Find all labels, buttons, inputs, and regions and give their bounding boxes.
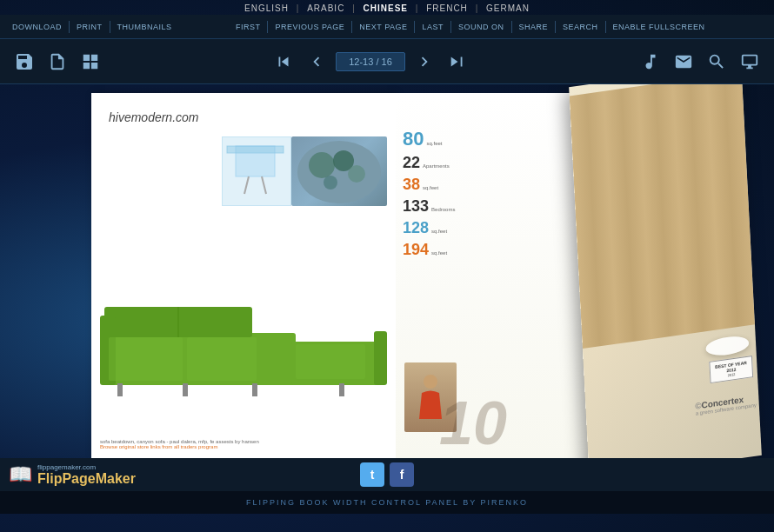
maker-text: Maker	[96, 471, 136, 486]
book-logo-icon: 📖	[9, 463, 32, 486]
sound-button[interactable]: SOUND ON	[455, 21, 508, 33]
search-icon	[707, 52, 726, 71]
toolbar-sep-7	[511, 21, 512, 33]
page-caption: sofa beatdown, canyon sofa - paul dalera…	[100, 439, 259, 449]
footer: 📖 flippagemaker.com FlipPageMaker t f	[0, 458, 774, 491]
icon-group-right	[637, 48, 764, 76]
icon-bar: 12-13 / 16	[0, 39, 774, 84]
next-page-button[interactable]: NEXT PAGE	[356, 21, 410, 33]
toolbar-sep-1	[69, 21, 70, 33]
print-button[interactable]: PRINT	[73, 21, 106, 33]
svg-point-1	[309, 152, 335, 178]
fullscreen-button[interactable]: ENABLE FULLSCREEN	[610, 21, 709, 33]
music-icon	[641, 52, 660, 71]
stat-num-80: 80	[403, 128, 424, 150]
stat-label-80: sq.feet	[426, 141, 442, 146]
doc-icon	[48, 52, 67, 71]
stat-label-38: sq.feet	[423, 185, 438, 190]
lang-german[interactable]: GERMAN	[486, 3, 530, 13]
wood-texture	[570, 72, 755, 349]
status-bar: FLIPPING BOOK WIDTH CONTROL PANEL BY PIR…	[0, 491, 774, 514]
flower-image	[291, 136, 387, 206]
svg-point-0	[297, 141, 381, 203]
previous-page-button[interactable]: PREVIOUS PAGE	[271, 21, 348, 33]
dish-shape	[705, 334, 750, 357]
last-button[interactable]: LAST	[418, 21, 447, 33]
award-badge: BEST OF YEAR 2012 2012	[709, 356, 753, 383]
svg-rect-6	[227, 146, 284, 153]
svg-rect-21	[296, 344, 365, 379]
stat-label-194: sq.feet	[431, 250, 447, 256]
mail-icon	[674, 52, 693, 71]
share-button[interactable]: SHARE	[516, 21, 552, 33]
lang-sep-1: |	[297, 3, 300, 13]
book-area: hivemodern.com	[0, 84, 774, 458]
mail-icon-button[interactable]	[670, 48, 697, 76]
concertex-brand: ©Concertex a green software company	[695, 393, 757, 416]
lang-french[interactable]: FRENCH	[426, 3, 468, 13]
social-buttons: t f	[360, 462, 414, 487]
footer-url: flippagemaker.com	[37, 463, 136, 471]
facebook-button[interactable]: f	[390, 462, 414, 487]
svg-point-22	[424, 375, 437, 389]
stat-num-128: 128	[403, 219, 429, 237]
prev-page-icon	[307, 52, 326, 71]
toolbar-center: FIRST PREVIOUS PAGE NEXT PAGE LAST SOUND…	[232, 21, 709, 33]
lang-english[interactable]: ENGLISH	[244, 3, 289, 13]
doc-icon-button[interactable]	[43, 48, 71, 76]
page-text: Page	[62, 471, 95, 486]
footer-brand: flippagemaker.com FlipPageMaker	[37, 463, 136, 487]
toolbar-sep-3	[267, 21, 268, 33]
last-page-icon	[448, 52, 467, 71]
flip-page: BEST OF YEAR 2012 2012 ©Concertex a gree…	[569, 63, 762, 480]
svg-rect-18	[339, 383, 344, 396]
prev-page-icon-button[interactable]	[303, 48, 330, 76]
stat-num-133: 133	[403, 197, 429, 216]
last-page-icon-button[interactable]	[444, 48, 471, 76]
monitor-icon-button[interactable]	[736, 48, 764, 76]
flip-text: Flip	[37, 471, 62, 486]
download-button[interactable]: DOWNLOAD	[9, 21, 65, 33]
toolbar-sep-6	[450, 21, 451, 33]
caption-link[interactable]: Browse original store links from all tra…	[100, 444, 259, 449]
save-icon	[14, 51, 35, 72]
stat-128: 128 sq.feet	[403, 219, 447, 237]
thumbnails-button[interactable]: THUMBNAILS	[114, 21, 176, 33]
music-icon-button[interactable]	[637, 48, 664, 76]
toolbar-left: DOWNLOAD PRINT THUMBNAILS	[9, 21, 176, 33]
first-page-icon-button[interactable]	[270, 48, 297, 76]
stat-label-128: sq.feet	[431, 229, 447, 234]
stat-label-22: Apartments	[423, 163, 450, 169]
glass-table-image	[222, 136, 291, 206]
search-icon-button[interactable]	[703, 48, 731, 76]
book-container: hivemodern.com	[91, 93, 683, 458]
svg-line-8	[262, 176, 266, 194]
next-page-icon-button[interactable]	[410, 48, 438, 76]
grid-icon	[81, 52, 100, 71]
toolbar-sep-9	[605, 21, 606, 33]
icon-group-nav: 12-13 / 16	[270, 48, 471, 76]
lang-chinese[interactable]: CHINESE	[364, 3, 408, 13]
svg-point-3	[348, 165, 365, 183]
sofa-svg	[96, 289, 391, 402]
save-icon-button[interactable]	[10, 48, 38, 76]
svg-rect-20	[187, 337, 257, 381]
monitor-icon	[740, 52, 759, 71]
svg-line-7	[244, 176, 249, 194]
page-logo: hivemodern.com	[109, 110, 378, 124]
first-page-icon	[274, 52, 293, 71]
glass-table-svg	[223, 137, 288, 203]
status-text: FLIPPING BOOK WIDTH CONTROL PANEL BY PIR…	[246, 498, 528, 507]
grid-icon-button[interactable]	[77, 48, 104, 76]
icon-group-left	[10, 48, 104, 76]
svg-rect-15	[117, 383, 123, 396]
svg-rect-14	[374, 331, 387, 385]
first-button[interactable]: FIRST	[232, 21, 264, 33]
search-button[interactable]: SEARCH	[559, 21, 602, 33]
lang-sep-2: |	[352, 3, 356, 13]
lang-arabic[interactable]: ARABIC	[307, 3, 344, 13]
stat-num-22: 22	[403, 154, 420, 172]
svg-rect-17	[252, 383, 257, 396]
twitter-button[interactable]: t	[360, 462, 384, 487]
sofa-container	[96, 289, 391, 406]
